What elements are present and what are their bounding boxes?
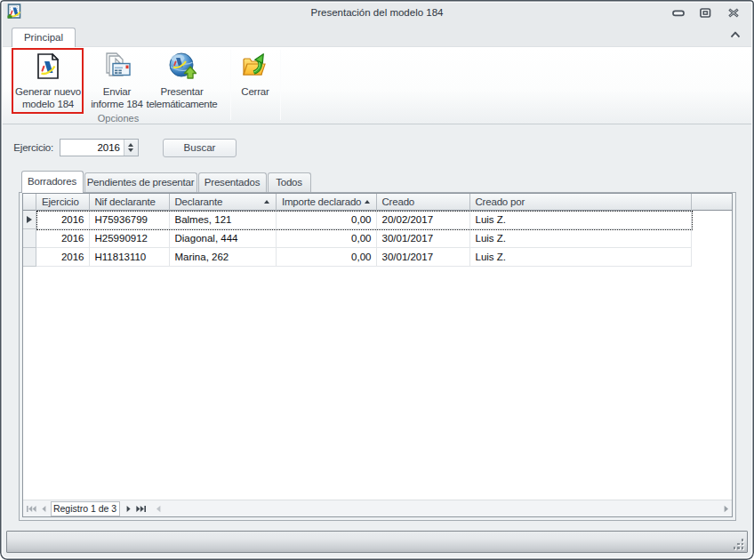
grid-header-row: Ejercicio Nif declarante Declarante Impo…	[23, 194, 733, 211]
sort-ascending-icon	[365, 200, 370, 204]
cell-declarante[interactable]: Diagonal, 444	[170, 229, 277, 248]
cell-nif-declarante[interactable]: H11813110	[90, 248, 170, 267]
cell-importe-declarado[interactable]: 0,00	[277, 248, 377, 267]
tab-pendientes-de-presentar[interactable]: Pendientes de presentar	[84, 172, 197, 192]
column-header-importe-declarado[interactable]: Importe declarado	[277, 194, 377, 211]
ribbon-collapse-button[interactable]	[730, 29, 741, 39]
column-header-nif-declarante[interactable]: Nif declarante	[90, 194, 170, 211]
ejercicio-value[interactable]: 2016	[60, 140, 124, 156]
cell-ejercicio[interactable]: 2016	[36, 248, 90, 267]
cell-creado-por[interactable]: Luis Z.	[470, 248, 693, 267]
cell-importe-declarado[interactable]: 0,00	[277, 229, 377, 248]
table-row[interactable]: 2016 H11813110 Marina, 262 0,00 30/01/20…	[23, 248, 733, 267]
data-grid: Ejercicio Nif declarante Declarante Impo…	[22, 193, 734, 517]
tab-presentados[interactable]: Presentados	[198, 172, 267, 192]
column-header-ejercicio[interactable]: Ejercicio	[36, 194, 90, 211]
cell-creado[interactable]: 30/01/2017	[377, 248, 470, 267]
highlight-annotation	[12, 48, 84, 114]
column-header-filler	[692, 194, 732, 211]
row-indicator-cell	[23, 211, 37, 229]
tab-borradores[interactable]: Borradores	[21, 171, 84, 193]
nav-prev-button[interactable]	[39, 500, 48, 517]
record-counter: Registro 1 de 3	[51, 501, 120, 516]
maximize-button[interactable]	[700, 8, 711, 18]
cell-ejercicio[interactable]: 2016	[36, 229, 90, 248]
ejercicio-label: Ejercicio:	[0, 142, 53, 153]
row-indicator-cell	[23, 229, 37, 248]
ribbon-group-caption: Opciones	[9, 113, 228, 124]
column-header-creado[interactable]: Creado	[377, 194, 470, 211]
ejercicio-spin-edit[interactable]: 2016	[60, 139, 139, 156]
column-header-creado-por[interactable]: Creado por	[470, 194, 693, 211]
table-row[interactable]: 2016 H25990912 Diagonal, 444 0,00 30/01/…	[23, 229, 733, 248]
spin-down-icon[interactable]	[128, 148, 133, 152]
title-bar: Presentación del modelo 184	[0, 0, 754, 26]
nav-last-button[interactable]	[136, 500, 148, 517]
nav-first-button[interactable]	[25, 500, 36, 517]
cell-creado-por[interactable]: Luis Z.	[470, 229, 693, 248]
focused-row-outline	[36, 211, 693, 230]
column-header-declarante[interactable]: Declarante	[170, 194, 277, 211]
cell-declarante[interactable]: Marina, 262	[170, 248, 277, 267]
folder-exit-icon	[241, 52, 269, 80]
app-window: Presentación del modelo 184 Principal	[0, 0, 754, 560]
ribbon-button-label: Presentar telemáticamente	[135, 86, 229, 110]
hscroll-left-button[interactable]	[154, 500, 163, 517]
grid-indicator-header	[23, 194, 37, 211]
status-bar	[6, 531, 748, 553]
window-title: Presentación del modelo 184	[0, 7, 754, 18]
ribbon-group-separator	[280, 50, 281, 120]
buscar-button[interactable]: Buscar	[163, 139, 237, 157]
nav-next-button[interactable]	[124, 500, 133, 517]
current-row-arrow-icon	[27, 216, 32, 223]
row-indicator-cell	[23, 248, 37, 267]
close-button[interactable]	[727, 8, 740, 18]
tab-todos[interactable]: Todos	[268, 172, 311, 192]
resize-grip[interactable]	[733, 539, 743, 549]
globe-upload-icon	[168, 52, 197, 80]
ribbon-button-presentar-telematicamente[interactable]: Presentar telemáticamente	[146, 49, 218, 115]
spin-up-icon[interactable]	[128, 143, 133, 147]
spin-buttons[interactable]	[124, 140, 138, 156]
send-report-icon	[103, 52, 132, 80]
hscroll-right-button[interactable]	[722, 500, 731, 517]
minimize-button[interactable]	[672, 10, 686, 17]
ribbon: Generar nuevo modelo 184	[3, 46, 751, 124]
cell-nif-declarante[interactable]: H25990912	[90, 229, 170, 248]
cell-creado[interactable]: 30/01/2017	[377, 229, 470, 248]
record-navigator: Registro 1 de 3	[23, 500, 733, 517]
ribbon-tab-principal[interactable]: Principal	[12, 28, 76, 47]
sort-ascending-icon	[264, 200, 269, 204]
ribbon-button-cerrar[interactable]: Cerrar	[230, 49, 280, 115]
